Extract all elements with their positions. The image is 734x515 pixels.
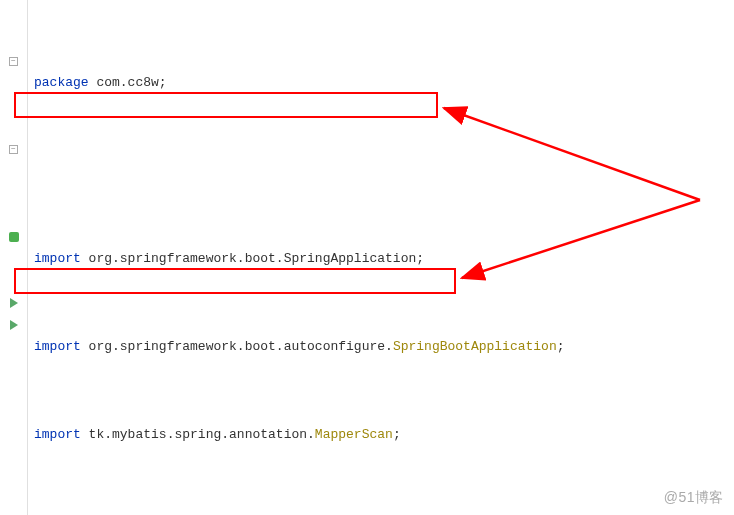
- keyword: import: [34, 248, 81, 270]
- code-text: ;: [557, 336, 565, 358]
- keyword: import: [34, 424, 81, 446]
- class-ref: MapperScan: [315, 424, 393, 446]
- code-text: org.springframework.boot.autoconfigure.: [81, 336, 393, 358]
- class-ref: SpringBootApplication: [393, 336, 557, 358]
- run-icon[interactable]: [10, 298, 18, 308]
- keyword: package: [34, 72, 89, 94]
- bookmark-icon[interactable]: [9, 232, 19, 242]
- code-text: com.cc8w;: [89, 72, 167, 94]
- code-text: org.springframework.boot.SpringApplicati…: [81, 248, 424, 270]
- editor-gutter: [0, 0, 28, 515]
- run-icon[interactable]: [10, 320, 18, 330]
- keyword: import: [34, 336, 81, 358]
- watermark: @51博客: [664, 489, 724, 507]
- code-text: tk.mybatis.spring.annotation.: [81, 424, 315, 446]
- code-editor[interactable]: package com.cc8w; import org.springframe…: [0, 0, 734, 515]
- code-text: ;: [393, 424, 401, 446]
- fold-icon[interactable]: [9, 57, 18, 66]
- code-area[interactable]: package com.cc8w; import org.springframe…: [28, 0, 734, 515]
- fold-icon[interactable]: [9, 145, 18, 154]
